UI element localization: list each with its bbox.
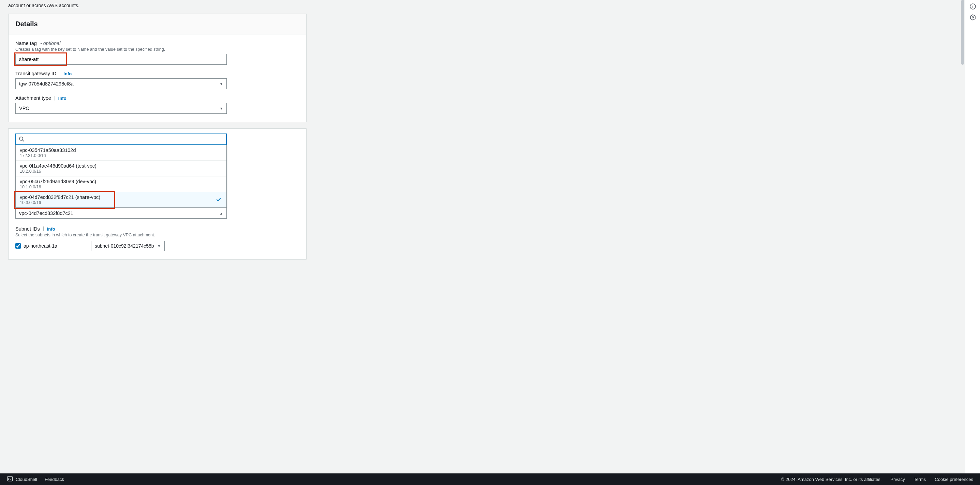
feedback-link[interactable]: Feedback xyxy=(45,477,64,482)
name-tag-label: Name tag xyxy=(15,41,37,46)
subnet-select[interactable]: subnet-010c92f342174c58b ▼ xyxy=(91,241,165,251)
subnet-value: subnet-010c92f342174c58b xyxy=(95,243,154,249)
name-tag-help: Creates a tag with the key set to Name a… xyxy=(15,47,299,52)
svg-rect-7 xyxy=(8,477,13,481)
tgw-id-select[interactable]: tgw-07054d8274298cf8a ▼ xyxy=(15,78,227,89)
svg-point-6 xyxy=(972,17,973,18)
vpc-attachment-panel: vpc-035471a50aa33102d 172.31.0.0/16 vpc-… xyxy=(8,128,307,260)
info-icon[interactable] xyxy=(969,3,977,10)
subnet-ids-label: Subnet IDs xyxy=(15,226,40,231)
attachment-type-field: Attachment type Info VPC ▼ xyxy=(15,95,299,114)
attachment-type-select[interactable]: VPC ▼ xyxy=(15,103,227,114)
vpc-id-select[interactable]: vpc-04d7ecd832f8d7c21 ▲ xyxy=(15,208,227,219)
privacy-link[interactable]: Privacy xyxy=(890,477,905,482)
cloudshell-label: CloudShell xyxy=(16,477,37,482)
subnet-ids-field: Subnet IDs Info Select the subnets in wh… xyxy=(15,226,299,251)
hex-icon[interactable] xyxy=(969,14,977,21)
vpc-option[interactable]: vpc-035471a50aa33102d 172.31.0.0/16 xyxy=(16,145,226,161)
terminal-icon xyxy=(7,476,13,483)
caret-up-icon: ▲ xyxy=(220,211,223,215)
vpc-option[interactable]: vpc-05c67f26d9aad30e9 (dev-vpc) 10.1.0.0… xyxy=(16,176,226,192)
details-header: Details xyxy=(8,14,306,35)
cloudshell-button[interactable]: CloudShell xyxy=(7,476,37,483)
vpc-option[interactable]: vpc-0f1a4ae446d90ad64 (test-vpc) 10.2.0.… xyxy=(16,161,226,176)
vpc-options-list: vpc-035471a50aa33102d 172.31.0.0/16 vpc-… xyxy=(15,145,227,208)
scrollbar-track[interactable] xyxy=(960,0,965,474)
svg-point-4 xyxy=(972,5,973,5)
attachment-type-label: Attachment type xyxy=(15,95,51,101)
check-icon xyxy=(215,196,222,203)
vpc-option-label: vpc-04d7ecd832f8d7c21 (share-vpc) xyxy=(20,195,222,200)
name-tag-field: Name tag - optional Creates a tag with t… xyxy=(15,41,299,65)
caret-down-icon: ▼ xyxy=(158,244,161,248)
vpc-option-cidr: 10.3.0.0/16 xyxy=(20,200,222,205)
right-help-rail xyxy=(965,0,980,474)
vpc-id-value: vpc-04d7ecd832f8d7c21 xyxy=(19,211,73,216)
subnet-ids-help: Select the subnets in which to create th… xyxy=(15,233,299,238)
az-label: ap-northeast-1a xyxy=(24,243,57,249)
intro-text-tail: account or across AWS accounts. xyxy=(0,0,980,14)
vpc-option-cidr: 10.1.0.0/16 xyxy=(20,185,222,189)
name-tag-optional: - optional xyxy=(40,41,61,46)
vpc-search-input[interactable] xyxy=(26,134,223,144)
vpc-option-cidr: 172.31.0.0/16 xyxy=(20,153,222,158)
name-tag-input[interactable] xyxy=(15,54,227,65)
search-icon xyxy=(19,136,24,143)
attachment-type-info-link[interactable]: Info xyxy=(58,96,67,101)
tgw-id-label: Transit gateway ID xyxy=(15,71,56,76)
divider xyxy=(54,96,55,100)
vpc-option-label: vpc-0f1a4ae446d90ad64 (test-vpc) xyxy=(20,163,222,169)
terms-link[interactable]: Terms xyxy=(914,477,926,482)
details-panel: Details Name tag - optional Creates a ta… xyxy=(8,14,307,122)
attachment-type-value: VPC xyxy=(19,106,29,111)
caret-down-icon: ▼ xyxy=(220,106,223,110)
divider xyxy=(43,227,44,231)
az-checkbox-wrapper[interactable]: ap-northeast-1a xyxy=(15,243,87,249)
cookie-preferences-link[interactable]: Cookie preferences xyxy=(935,477,973,482)
vpc-search-box[interactable] xyxy=(15,133,227,145)
divider xyxy=(60,71,60,76)
details-title: Details xyxy=(15,20,299,28)
copyright-text: © 2024, Amazon Web Services, Inc. or its… xyxy=(781,477,882,482)
vpc-option-label: vpc-035471a50aa33102d xyxy=(20,147,222,153)
svg-line-1 xyxy=(22,140,24,141)
subnet-ids-info-link[interactable]: Info xyxy=(47,227,55,231)
svg-point-0 xyxy=(19,137,23,140)
vpc-option-selected[interactable]: vpc-04d7ecd832f8d7c21 (share-vpc) 10.3.0… xyxy=(16,192,226,208)
tgw-id-field: Transit gateway ID Info tgw-07054d827429… xyxy=(15,71,299,89)
subnet-row: ap-northeast-1a subnet-010c92f342174c58b… xyxy=(15,241,299,251)
tgw-id-value: tgw-07054d8274298cf8a xyxy=(19,81,74,87)
caret-down-icon: ▼ xyxy=(220,82,223,86)
scrollbar-thumb[interactable] xyxy=(961,0,964,65)
console-footer: CloudShell Feedback © 2024, Amazon Web S… xyxy=(0,474,980,485)
vpc-option-label: vpc-05c67f26d9aad30e9 (dev-vpc) xyxy=(20,179,222,184)
tgw-info-link[interactable]: Info xyxy=(64,71,72,76)
svg-marker-5 xyxy=(970,15,975,20)
az-checkbox[interactable] xyxy=(15,243,21,249)
vpc-option-cidr: 10.2.0.0/16 xyxy=(20,169,222,174)
